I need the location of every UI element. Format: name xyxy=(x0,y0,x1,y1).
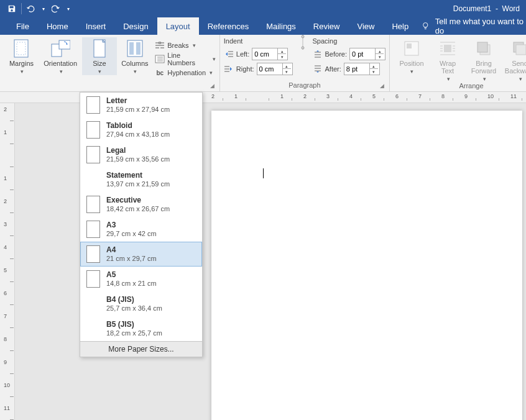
page-thumb-icon xyxy=(86,270,100,288)
size-name: A5 xyxy=(106,270,157,279)
paragraph-launcher[interactable]: ◢ xyxy=(380,83,387,90)
size-option-letter[interactable]: Letter21,59 cm x 27,94 cm xyxy=(80,93,202,117)
qat-customize-button[interactable]: ▾ xyxy=(64,1,73,17)
tab-layout[interactable]: Layout xyxy=(157,17,199,35)
before-label: Before: xyxy=(325,50,347,58)
tab-mailings[interactable]: Mailings xyxy=(257,17,305,35)
margins-icon xyxy=(12,39,30,58)
page-thumb-icon xyxy=(86,96,100,114)
svg-rect-16 xyxy=(478,42,487,52)
spinner-down[interactable]: ▾ xyxy=(370,69,378,75)
size-dimensions: 21 cm x 29,7 cm xyxy=(106,254,157,263)
size-name: Legal xyxy=(106,146,170,155)
spacing-after-icon xyxy=(313,65,323,73)
indent-left-icon xyxy=(224,50,234,58)
tab-insert[interactable]: Insert xyxy=(77,17,115,35)
tab-review[interactable]: Review xyxy=(305,17,349,35)
page-thumb-icon xyxy=(86,295,100,313)
svg-rect-7 xyxy=(129,42,134,55)
title-bar: ▾ ▾ Document1 - Word xyxy=(0,0,526,17)
undo-button[interactable] xyxy=(23,1,39,17)
size-option-a5[interactable]: A514,8 cm x 21 cm xyxy=(80,267,202,291)
more-paper-sizes[interactable]: More Paper Sizes... xyxy=(80,341,202,357)
size-name: A3 xyxy=(106,221,157,229)
orientation-icon xyxy=(50,39,70,58)
columns-button[interactable]: Columns▾ xyxy=(117,37,152,75)
size-name: Tabloid xyxy=(106,121,170,130)
line-numbers-button[interactable]: Line Numbers▾ xyxy=(155,52,216,66)
bring-forward-button: Bring Forward▾ xyxy=(466,37,502,82)
spinner-up[interactable]: ▴ xyxy=(278,48,286,54)
redo-button[interactable] xyxy=(48,1,64,17)
breaks-icon xyxy=(155,40,165,50)
tell-me-search[interactable]: Tell me what you want to do xyxy=(421,17,526,35)
line-numbers-icon xyxy=(155,54,165,64)
tell-me-label: Tell me what you want to do xyxy=(435,17,526,35)
undo-icon xyxy=(26,4,36,13)
spinner-down[interactable]: ▾ xyxy=(283,69,291,75)
size-option-b4-jis-[interactable]: B4 (JIS)25,7 cm x 36,4 cm xyxy=(80,291,202,316)
spinner-up[interactable]: ▴ xyxy=(283,63,291,69)
page-thumb-icon xyxy=(86,196,100,213)
page-thumb-icon xyxy=(86,245,100,263)
ribbon-tabs: File Home Insert Design Layout Reference… xyxy=(0,17,526,35)
size-option-a4[interactable]: A421 cm x 29,7 cm xyxy=(80,242,202,267)
document-area: L 211234567891011 21123456789101112 Lett… xyxy=(0,92,526,420)
size-dimensions: 21,59 cm x 35,56 cm xyxy=(106,155,170,163)
tab-design[interactable]: Design xyxy=(114,17,157,35)
spinner-up[interactable]: ▴ xyxy=(376,48,384,54)
tab-file[interactable]: File xyxy=(7,17,38,35)
size-option-tabloid[interactable]: Tabloid27,94 cm x 43,18 cm xyxy=(80,117,202,142)
indent-label: Indent xyxy=(224,37,293,46)
columns-icon xyxy=(126,39,144,58)
window-title: Document1 - Word xyxy=(453,4,520,13)
group-label xyxy=(4,81,216,91)
orientation-button[interactable]: Orientation▾ xyxy=(39,37,82,75)
save-button[interactable] xyxy=(4,1,20,17)
svg-rect-14 xyxy=(444,45,451,52)
size-dimensions: 18,42 cm x 26,67 cm xyxy=(106,204,170,213)
page[interactable] xyxy=(211,111,522,420)
size-dimensions: 21,59 cm x 27,94 cm xyxy=(106,105,170,114)
tab-help[interactable]: Help xyxy=(383,17,417,35)
spinner-down[interactable]: ▾ xyxy=(376,54,384,60)
redo-icon xyxy=(52,4,60,13)
size-name: B5 (JIS) xyxy=(106,320,162,329)
svg-rect-8 xyxy=(136,42,141,55)
size-dimensions: 25,7 cm x 36,4 cm xyxy=(106,304,162,313)
size-option-legal[interactable]: Legal21,59 cm x 35,56 cm xyxy=(80,142,202,167)
size-option-b5-jis-[interactable]: B5 (JIS)18,2 cm x 25,7 cm xyxy=(80,316,202,341)
size-name: A4 xyxy=(106,245,157,254)
size-option-a3[interactable]: A329,7 cm x 42 cm xyxy=(80,217,202,242)
spinner-up[interactable]: ▴ xyxy=(370,63,378,69)
margins-button[interactable]: Margins▾ xyxy=(4,37,39,75)
indent-left-input[interactable]: ▴▾ xyxy=(252,48,288,60)
size-option-executive[interactable]: Executive18,42 cm x 26,67 cm xyxy=(80,192,202,217)
size-name: Letter xyxy=(106,96,170,105)
size-button[interactable]: Size▾ xyxy=(82,37,118,75)
wrap-text-button: Wrap Text▾ xyxy=(430,37,466,82)
send-backward-icon xyxy=(511,40,526,57)
page-thumb-icon xyxy=(86,320,100,337)
vertical-ruler[interactable]: 21123456789101112 xyxy=(0,103,15,420)
quick-access-toolbar: ▾ ▾ xyxy=(0,1,73,17)
after-label: After: xyxy=(325,65,341,73)
position-icon xyxy=(403,40,420,57)
page-setup-launcher[interactable]: ◢ xyxy=(210,83,218,90)
breaks-button[interactable]: Breaks▾ xyxy=(155,39,216,52)
tab-view[interactable]: View xyxy=(348,17,383,35)
right-label: Right: xyxy=(236,65,254,73)
size-dimensions: 27,94 cm x 43,18 cm xyxy=(106,130,170,139)
save-icon xyxy=(7,4,16,13)
hyphenation-button[interactable]: bc Hyphenation▾ xyxy=(155,66,216,80)
size-option-statement[interactable]: Statement13,97 cm x 21,59 cm xyxy=(80,167,202,192)
spacing-before-icon xyxy=(313,50,323,58)
tab-references[interactable]: References xyxy=(199,17,257,35)
indent-right-input[interactable]: ▴▾ xyxy=(257,63,293,75)
spacing-after-input[interactable]: ▴▾ xyxy=(344,63,380,75)
undo-more-button[interactable]: ▾ xyxy=(39,1,48,17)
spacing-before-input[interactable]: ▴▾ xyxy=(349,48,385,60)
spinner-down[interactable]: ▾ xyxy=(278,54,286,60)
tab-home[interactable]: Home xyxy=(38,17,77,35)
size-dimensions: 14,8 cm x 21 cm xyxy=(106,279,157,288)
